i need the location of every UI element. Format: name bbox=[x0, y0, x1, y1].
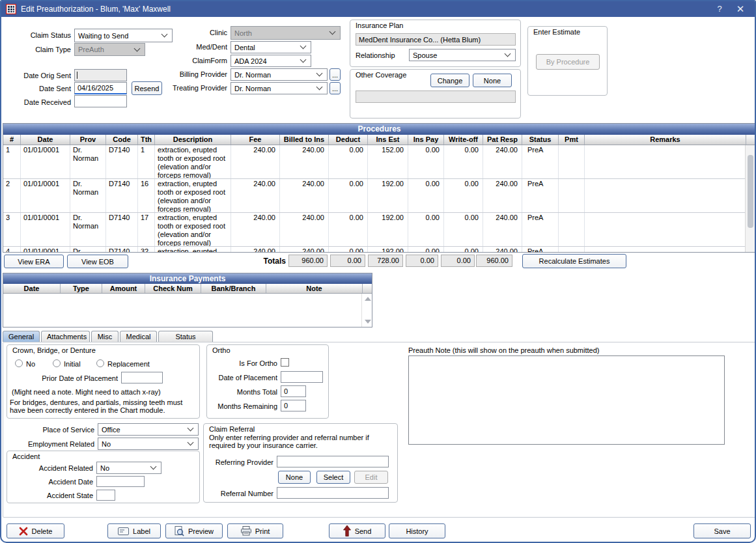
insurance-plan-group: Insurance Plan Relationship Spouse bbox=[350, 20, 521, 67]
close-button[interactable]: ✕ bbox=[731, 1, 749, 17]
send-button[interactable]: Send bbox=[329, 523, 385, 538]
preauth-note-textarea[interactable] bbox=[408, 355, 725, 445]
relationship-combo[interactable]: Spouse bbox=[409, 49, 516, 61]
column-header[interactable]: Pat Resp bbox=[483, 135, 522, 145]
insurance-payments-body bbox=[3, 294, 362, 327]
column-header[interactable]: Remarks bbox=[585, 135, 746, 145]
column-header[interactable]: Date bbox=[21, 135, 70, 145]
column-header[interactable]: Prov bbox=[70, 135, 106, 145]
insurance-payments-scrollbar[interactable] bbox=[361, 294, 372, 327]
help-button[interactable]: ? bbox=[710, 1, 729, 17]
date-orig-sent-input[interactable] bbox=[74, 69, 127, 81]
accident-state-input[interactable] bbox=[96, 490, 115, 501]
accident-date-input[interactable] bbox=[96, 476, 145, 487]
total-box: 0.00 bbox=[406, 255, 438, 267]
radio-no[interactable] bbox=[15, 359, 23, 367]
table-cell: extraction, erupted tooth or exposed roo… bbox=[155, 145, 231, 178]
column-header[interactable]: Ins Est bbox=[368, 135, 408, 145]
history-button[interactable]: History bbox=[389, 523, 445, 538]
procedures-scrollbar[interactable] bbox=[745, 145, 755, 252]
scrollbar-thumb[interactable] bbox=[748, 155, 753, 228]
column-header[interactable]: Status bbox=[522, 135, 559, 145]
radio-initial-label: Initial bbox=[64, 360, 81, 368]
total-box: 0.00 bbox=[441, 255, 475, 267]
column-header[interactable]: Tth bbox=[138, 135, 155, 145]
referral-edit-button: Edit bbox=[354, 471, 388, 484]
prior-date-input[interactable] bbox=[121, 372, 163, 383]
ortho-date-input[interactable] bbox=[281, 371, 323, 383]
column-header[interactable]: Check Num bbox=[145, 284, 201, 293]
ortho-title: Ortho bbox=[212, 346, 231, 354]
recalculate-estimates-button[interactable]: Recalculate Estimates bbox=[522, 254, 626, 268]
column-header[interactable]: Billed to Ins bbox=[280, 135, 329, 145]
procedures-body: 101/01/0001Dr. NormanD71401extraction, e… bbox=[3, 145, 745, 252]
none-button[interactable]: None bbox=[473, 74, 512, 87]
table-row[interactable]: 201/01/0001Dr. NormanD714016extraction, … bbox=[3, 179, 745, 213]
table-cell: 0.00 bbox=[329, 247, 368, 252]
view-eob-button[interactable]: View EOB bbox=[67, 255, 128, 268]
radio-replacement-label: Replacement bbox=[107, 360, 150, 368]
accident-related-combo[interactable]: No bbox=[96, 462, 161, 474]
billing-provider-more-button[interactable]: ... bbox=[329, 68, 341, 81]
employment-related-combo[interactable]: No bbox=[98, 438, 199, 450]
clinic-label: Clinic bbox=[156, 29, 227, 36]
tab-misc[interactable]: Misc bbox=[91, 331, 119, 342]
label-button[interactable]: Label bbox=[107, 523, 161, 538]
table-cell: PreA bbox=[522, 145, 559, 178]
tab-medical[interactable]: Medical bbox=[120, 331, 157, 342]
scroll-down-icon[interactable] bbox=[365, 320, 371, 324]
column-header[interactable]: Description bbox=[155, 135, 231, 145]
is-for-ortho-checkbox[interactable] bbox=[281, 358, 289, 367]
preview-button[interactable]: Preview bbox=[165, 523, 223, 538]
table-cell: D7140 bbox=[106, 145, 138, 178]
radio-replacement[interactable] bbox=[96, 359, 104, 367]
print-button[interactable]: Print bbox=[227, 523, 283, 538]
table-cell: 192.00 bbox=[368, 179, 408, 212]
table-cell: 240.00 bbox=[280, 213, 329, 246]
table-cell: 0.00 bbox=[444, 213, 483, 246]
claimform-combo[interactable]: ADA 2024 bbox=[231, 55, 311, 67]
column-header[interactable]: Type bbox=[61, 284, 102, 293]
med-dent-combo[interactable]: Dental bbox=[231, 41, 311, 53]
title-bar[interactable]: Edit Preauthorization - Blum, 'Max' Maxw… bbox=[1, 1, 755, 17]
table-row[interactable]: 401/01/0001Dr. NormanD714032extraction, … bbox=[3, 247, 745, 252]
column-header[interactable]: Bank/Branch bbox=[201, 284, 266, 293]
column-header[interactable]: Fee bbox=[231, 135, 280, 145]
procedures-header: #DateProvCodeTthDescriptionFeeBilled to … bbox=[3, 135, 755, 145]
view-era-button[interactable]: View ERA bbox=[4, 255, 64, 268]
column-header[interactable]: Code bbox=[106, 135, 138, 145]
tab-status-history[interactable]: Status History bbox=[158, 331, 213, 342]
referral-number-input[interactable] bbox=[277, 487, 389, 499]
column-header[interactable]: Date bbox=[3, 284, 61, 293]
column-header[interactable]: Deduct bbox=[329, 135, 368, 145]
referral-none-button[interactable]: None bbox=[278, 471, 311, 484]
save-button[interactable]: Save bbox=[693, 523, 751, 538]
delete-button[interactable]: Delete bbox=[7, 523, 64, 538]
treating-provider-combo[interactable]: Dr. Norman bbox=[231, 82, 328, 94]
radio-initial[interactable] bbox=[53, 359, 61, 367]
referral-select-button[interactable]: Select bbox=[316, 471, 350, 484]
claimform-label: ClaimForm bbox=[156, 57, 227, 64]
column-header[interactable]: Note bbox=[266, 284, 363, 293]
column-header[interactable]: Write-off bbox=[444, 135, 483, 145]
date-sent-input[interactable] bbox=[74, 82, 127, 94]
column-header[interactable]: Amount bbox=[102, 284, 145, 293]
tab-attachments[interactable]: Attachments bbox=[41, 331, 90, 342]
column-header[interactable]: # bbox=[3, 135, 21, 145]
tab-general[interactable]: General bbox=[3, 331, 40, 342]
totals-label: Totals bbox=[221, 257, 286, 266]
change-button[interactable]: Change bbox=[430, 74, 469, 87]
place-of-service-combo[interactable]: Office bbox=[98, 423, 199, 436]
column-header[interactable]: Pmt bbox=[559, 135, 585, 145]
table-row[interactable]: 101/01/0001Dr. NormanD71401extraction, e… bbox=[3, 145, 745, 179]
table-row[interactable]: 301/01/0001Dr. NormanD714017extraction, … bbox=[3, 213, 745, 247]
date-received-input[interactable] bbox=[74, 95, 127, 107]
scroll-up-icon[interactable] bbox=[365, 297, 371, 301]
treating-provider-more-button[interactable]: ... bbox=[329, 82, 341, 94]
months-total-input[interactable] bbox=[281, 385, 306, 397]
column-header[interactable]: Ins Pay bbox=[408, 135, 444, 145]
referring-provider-input[interactable] bbox=[277, 456, 389, 467]
by-procedure-button: By Procedure bbox=[536, 54, 600, 70]
billing-provider-combo[interactable]: Dr. Norman bbox=[231, 68, 328, 81]
months-remaining-input[interactable] bbox=[281, 400, 306, 411]
